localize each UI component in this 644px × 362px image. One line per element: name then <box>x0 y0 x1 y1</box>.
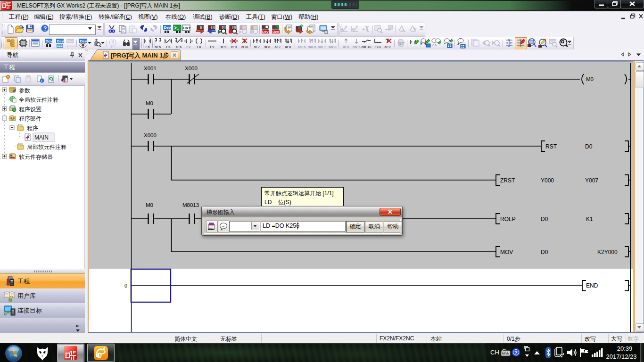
svg-text:全局软元件注释: 全局软元件注释 <box>19 97 58 103</box>
svg-text:aF5: aF5 <box>343 45 349 49</box>
svg-text:saF8: saF8 <box>329 45 337 49</box>
svg-text:Dev: Dev <box>57 39 64 43</box>
svg-text:A: A <box>402 28 405 33</box>
svg-text:K2Y000: K2Y000 <box>597 249 618 255</box>
svg-text:程序部件: 程序部件 <box>19 115 41 122</box>
svg-text:D0: D0 <box>585 143 593 150</box>
svg-text:M0: M0 <box>146 100 153 106</box>
svg-text:sF7: sF7 <box>254 45 260 49</box>
svg-text:saF6: saF6 <box>308 45 316 49</box>
svg-text:saF7: saF7 <box>318 45 326 49</box>
svg-text:Y007: Y007 <box>585 177 598 184</box>
svg-text:F7: F7 <box>187 45 191 49</box>
svg-text:Dev: Dev <box>80 39 87 43</box>
svg-text:K1: K1 <box>586 216 593 222</box>
svg-text:Dev: Dev <box>67 39 74 43</box>
svg-text:aF9: aF9 <box>385 45 391 49</box>
svg-text:?: ? <box>43 25 47 32</box>
svg-text:X000: X000 <box>144 132 157 138</box>
svg-text:caF10: caF10 <box>362 45 372 49</box>
svg-text:X001: X001 <box>144 66 157 71</box>
svg-text:ZRST: ZRST <box>500 177 515 184</box>
svg-text:X000: X000 <box>185 66 198 71</box>
svg-text:Dev: Dev <box>262 30 269 34</box>
svg-text:cFl0: cFl0 <box>241 45 248 49</box>
svg-text:RST: RST <box>545 143 557 150</box>
svg-text:程序: 程序 <box>27 125 38 132</box>
svg-text:saF5: saF5 <box>298 45 306 49</box>
svg-text:F9: F9 <box>210 45 215 49</box>
svg-text:程序设置: 程序设置 <box>19 106 41 113</box>
svg-text:F6: F6 <box>166 45 171 49</box>
svg-text:Y000: Y000 <box>541 177 554 184</box>
svg-text:i: i <box>41 79 42 82</box>
svg-text:?: ? <box>514 350 518 355</box>
svg-text:M0: M0 <box>586 76 594 82</box>
svg-text:sF9: sF9 <box>221 45 227 49</box>
svg-text:D0: D0 <box>541 249 548 255</box>
svg-text:aF7: aF7 <box>275 45 281 49</box>
svg-text:MOV: MOV <box>500 249 513 255</box>
svg-text:M8013: M8013 <box>182 202 199 208</box>
svg-text:0: 0 <box>124 283 127 288</box>
svg-text:Dev: Dev <box>272 30 280 34</box>
svg-text:F5: F5 <box>146 45 150 49</box>
svg-text:caF5: caF5 <box>353 45 361 49</box>
svg-text:sF5: sF5 <box>155 45 161 49</box>
svg-text:F10: F10 <box>375 45 381 49</box>
svg-text:参数: 参数 <box>19 87 30 94</box>
svg-text:Dev: Dev <box>164 25 171 30</box>
svg-text:END: END <box>586 282 598 289</box>
svg-text:ST: ST <box>399 41 405 46</box>
svg-text:D0: D0 <box>541 216 548 222</box>
svg-text:软元件存储器: 软元件存储器 <box>19 154 53 160</box>
svg-text:sF8: sF8 <box>264 45 271 49</box>
svg-text:aF8: aF8 <box>285 45 291 49</box>
svg-text:CC-L: CC-L <box>67 44 75 48</box>
svg-text:HKY: HKY <box>183 26 191 30</box>
svg-text:M0: M0 <box>146 202 153 208</box>
svg-text:cF9: cF9 <box>231 45 237 49</box>
svg-text:ROLP: ROLP <box>500 216 516 222</box>
svg-text:Dev: Dev <box>46 39 53 43</box>
svg-text:?: ? <box>111 40 115 45</box>
svg-text:MAIN: MAIN <box>34 134 49 141</box>
svg-text:局部软元件注释: 局部软元件注释 <box>27 144 66 150</box>
svg-text:sF6: sF6 <box>176 45 182 49</box>
svg-text:F8: F8 <box>197 45 201 49</box>
